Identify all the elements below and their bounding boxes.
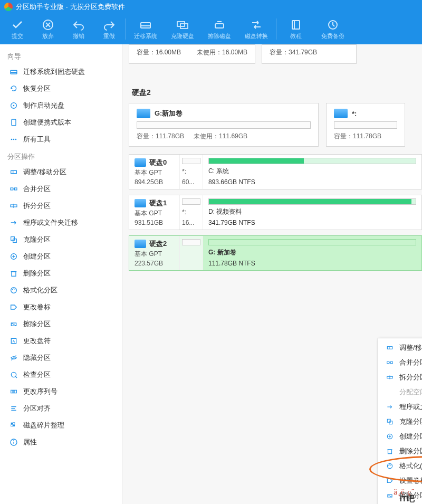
sidebar-item-label: 克隆分区 (23, 235, 51, 244)
ctx-item-clone[interactable]: 克隆分区(O) (378, 414, 422, 429)
toolbar-book-button[interactable]: 教程 (277, 18, 314, 40)
toolbar-redo-button[interactable]: 重做 (94, 18, 124, 40)
ctx-item-merge[interactable]: 合并分区(E) (378, 355, 422, 370)
svg-point-18 (15, 139, 17, 140)
svg-rect-21 (11, 188, 13, 190)
reserved-label: *: (182, 168, 200, 175)
sidebar-item-label: 删除分区 (23, 269, 51, 278)
toolbar-drive-button[interactable]: 迁移系统 (127, 18, 164, 40)
partition-name: C: 系统 (208, 167, 416, 176)
toolbar-label: 克隆硬盘 (171, 32, 194, 40)
create-icon (386, 432, 394, 441)
volume-icon (137, 109, 150, 118)
svg-rect-58 (390, 362, 392, 364)
capacity-label: 容量：16.00MB (137, 48, 181, 57)
partition[interactable]: D: 视频资料341.79GB NTFS (203, 195, 421, 230)
ctx-item-create[interactable]: 创建分区(C) (378, 429, 422, 444)
svg-rect-57 (387, 362, 389, 364)
sidebar-item-defrag[interactable]: 磁盘碎片整理 (0, 417, 122, 434)
sidebar-item-serial[interactable]: 更改序列号 (0, 383, 122, 400)
capacity-label: 容量：111.78GB (137, 132, 184, 141)
disk-icon (135, 240, 146, 248)
disk-name: 硬盘2 (149, 239, 167, 249)
sidebar-item-label: 磁盘碎片整理 (23, 421, 64, 430)
sidebar-item-migrate[interactable]: 程序或文件夹迁移 (0, 214, 122, 231)
ctx-item-split[interactable]: 拆分分区(S) (378, 370, 422, 385)
unused-label: 未使用：16.00MB (197, 48, 247, 57)
svg-rect-48 (11, 423, 13, 424)
sidebar-item-delete[interactable]: 删除分区 (0, 265, 122, 282)
drive-icon (139, 18, 152, 31)
toolbar-convert-button[interactable]: 磁盘转换 (238, 18, 275, 40)
toolbar-check-button[interactable]: 提交 (2, 18, 33, 40)
volume-card[interactable]: G:新加卷 容量：111.78GB 未使用：111.69GB (129, 103, 319, 147)
sidebar-item-disc[interactable]: 制作启动光盘 (0, 97, 122, 114)
toolbar-drives-button[interactable]: 克隆硬盘 (164, 18, 201, 40)
disk-type: 基本 GPT (135, 168, 174, 177)
disk-block[interactable]: 硬盘0基本 GPT894.25GB*:60...C: 系统893.66GB NT… (129, 154, 422, 189)
sidebar-item-letter[interactable]: A更改盘符 (0, 332, 122, 349)
disk-reserved: *:60... (180, 155, 203, 189)
sidebar-item-label: 更改卷标 (23, 302, 51, 312)
sidebar-item-resize[interactable]: 调整/移动分区 (0, 164, 122, 180)
ctx-item-label[interactable]: 设置卷标(L) (378, 473, 422, 488)
ctx-item-resize[interactable]: 调整/移动分区(R) (378, 340, 422, 355)
partition[interactable]: G: 新加卷111.78GB NTFS (203, 236, 421, 270)
svg-point-14 (13, 105, 15, 107)
ctx-item-migrate[interactable]: 程序或文件夹迁移 (378, 400, 422, 414)
disk-name: 硬盘0 (149, 158, 167, 167)
sidebar-item-drive[interactable]: 迁移系统到固态硬盘 (0, 63, 122, 80)
partition-info: 111.78GB NTFS (208, 260, 416, 267)
sidebar-item-label: 恢复分区 (23, 84, 51, 93)
sidebar-item-check2[interactable]: 检查分区 (0, 366, 122, 383)
toolbar-label: 提交 (12, 32, 23, 40)
svg-point-33 (11, 288, 17, 293)
sidebar-item-merge[interactable]: 合并分区 (0, 180, 122, 197)
toolbar-undo-button[interactable]: 撤销 (63, 18, 94, 40)
disk-reserved (180, 236, 203, 270)
sidebar-item-label: 分区对齐 (23, 404, 51, 413)
partition-name: D: 视频资料 (208, 207, 416, 216)
svg-line-35 (11, 323, 16, 326)
sidebar-item-hide[interactable]: 隐藏分区 (0, 349, 122, 366)
ctx-item-format[interactable]: 格式化(F) (378, 459, 422, 473)
sidebar-item-props[interactable]: 属性 (0, 434, 122, 451)
sidebar-item-split[interactable]: 拆分分区 (0, 197, 122, 214)
ctx-label: 删除分区(D) (399, 446, 422, 456)
sidebar-item-more[interactable]: 所有工具 (0, 131, 122, 148)
sidebar-item-wipe[interactable]: 擦除分区 (0, 316, 122, 332)
toolbar-backup-button[interactable]: 免费备份 (314, 18, 351, 40)
svg-text:A: A (13, 339, 15, 343)
sidebar-item-create[interactable]: 创建分区 (0, 248, 122, 265)
clone-icon (386, 417, 394, 426)
split-icon (386, 373, 394, 382)
sidebar-item-label: 更改序列号 (23, 387, 57, 396)
volume-icon (334, 109, 348, 118)
delete-icon (9, 269, 18, 278)
partition-bar (208, 198, 416, 205)
sidebar-item-clone[interactable]: 克隆分区 (0, 231, 122, 248)
drive-icon (9, 68, 18, 76)
reserved-size: 16... (182, 219, 200, 226)
format-icon (9, 286, 18, 294)
format-icon (386, 462, 394, 470)
disc-icon (9, 101, 18, 110)
ctx-label: 克隆分区(O) (399, 417, 422, 426)
sidebar-item-align[interactable]: 分区对齐 (0, 400, 122, 417)
sidebar-item-format[interactable]: 格式化分区 (0, 282, 122, 299)
toolbar-eraser-button[interactable]: 擦除磁盘 (201, 18, 238, 40)
disk-block[interactable]: 硬盘2基本 GPT223.57GBG: 新加卷111.78GB NTFS (129, 235, 422, 271)
sidebar-item-label[interactable]: 更改卷标 (0, 299, 122, 316)
volume-card[interactable]: *: 容量：111.78GB (326, 103, 405, 147)
toolbar-cancel-button[interactable]: 放弃 (33, 18, 63, 40)
recover-icon (9, 84, 18, 93)
ctx-item-delete[interactable]: 删除分区(D) (378, 444, 422, 459)
redo-icon (103, 18, 116, 31)
disk-block[interactable]: 硬盘1基本 GPT931.51GB*:16...D: 视频资料341.79GB … (129, 195, 422, 230)
sidebar-item-recover[interactable]: 恢复分区 (0, 80, 122, 97)
portable-icon (9, 118, 18, 127)
sidebar-item-portable[interactable]: 创建便携式版本 (0, 114, 122, 131)
capacity-label: 容量：111.78GB (334, 132, 381, 141)
cancel-icon (42, 18, 54, 31)
partition[interactable]: C: 系统893.66GB NTFS (203, 155, 421, 189)
